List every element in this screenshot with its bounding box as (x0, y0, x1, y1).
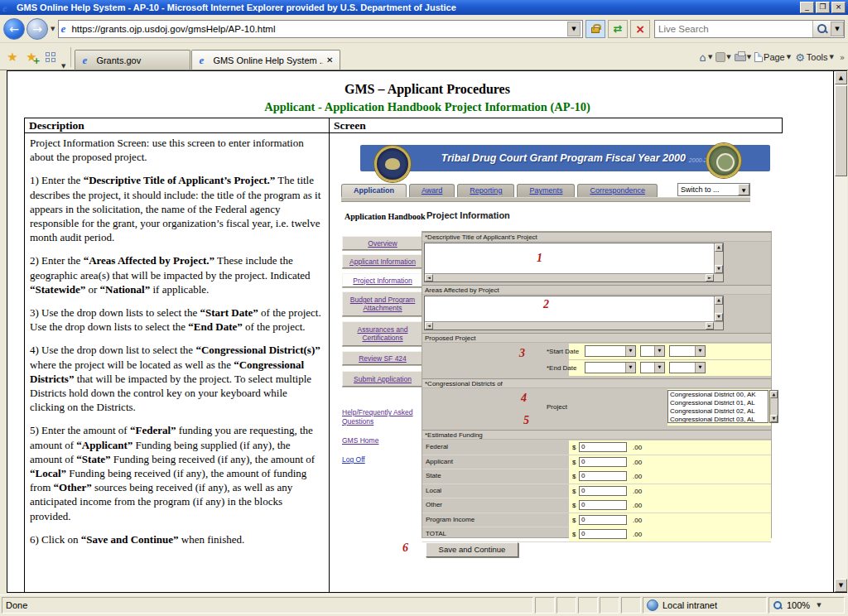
status-bar: Done Local intranet 100% ▼ (0, 594, 848, 616)
currency-suffix: .00 (633, 502, 642, 509)
gms-screenshot: Tribal Drug Court Grant Program Fiscal Y… (330, 133, 783, 592)
congressional-districts-listbox[interactable]: Congressional District 00, AKCongression… (667, 390, 768, 423)
district-option[interactable]: Congressional District 03, AL (670, 416, 768, 423)
areas-affected-textarea[interactable]: ▲ ▼ ◄ ► (424, 296, 724, 330)
security-lock-button[interactable] (585, 20, 605, 38)
navigation-bar: ← → ▼ e ▼ ⇄ × ▼ (0, 15, 848, 43)
textarea-hscrollbar[interactable]: ◄ ► (425, 321, 723, 330)
address-input[interactable] (71, 24, 567, 34)
home-icon[interactable]: ⌂ (700, 51, 706, 64)
add-favorite-icon: ★ (26, 50, 36, 65)
sidebar-button-applicant-information[interactable]: Applicant Information (342, 254, 423, 268)
search-go-button[interactable] (812, 21, 831, 37)
save-and-continue-button[interactable]: Save and Continue (426, 542, 518, 557)
funding-amount-input[interactable]: 0 (579, 471, 627, 481)
address-dropdown-icon[interactable]: ▼ (567, 22, 581, 36)
tab-grants-gov[interactable]: e Grants.gov (75, 50, 190, 70)
end-year-select[interactable]: ▼ (669, 362, 706, 373)
quick-tabs-icon (46, 52, 55, 62)
tools-gear-icon[interactable]: ⚙ (795, 51, 805, 64)
tab-close-icon[interactable]: ✕ (326, 55, 333, 65)
add-favorite-button[interactable]: ★ (22, 47, 41, 67)
funding-amount-input[interactable]: 0 (579, 486, 627, 496)
back-button[interactable]: ← (3, 18, 25, 40)
start-year-select[interactable]: ▼ (669, 345, 706, 357)
separator (70, 47, 71, 67)
minimize-button[interactable]: _ (800, 2, 814, 13)
end-day-select[interactable]: ▼ (640, 362, 665, 373)
search-input[interactable] (655, 24, 812, 34)
end-date-label: *End Date (547, 364, 576, 372)
zoom-dropdown-icon[interactable]: ▼ (817, 602, 821, 609)
sidebar-button-project-information[interactable]: Project Information (342, 273, 423, 287)
start-date-label: *Start Date (547, 348, 579, 355)
zoom-control[interactable]: 100% ▼ (768, 597, 845, 614)
address-bar[interactable]: e ▼ (58, 20, 583, 38)
sidebar-link-log-off[interactable]: Log Off (342, 455, 431, 464)
page-menu[interactable]: Page (764, 52, 785, 62)
sidebar-link-label: GMS Home (342, 436, 378, 445)
tab-gms-help[interactable]: e GMS Online Help System ... ✕ (191, 50, 340, 70)
sidebar-link-help-frequently-asked-questions[interactable]: Help/Frequently Asked Questions (342, 408, 431, 426)
funding-amount-input[interactable]: 0 (579, 529, 627, 539)
refresh-button[interactable]: ⇄ (608, 20, 628, 38)
page-menu-icon[interactable] (754, 52, 763, 62)
gms-tab-application[interactable]: Application (341, 184, 407, 197)
districts-section-label: *Congressional Districts of (422, 378, 771, 388)
funding-amount-input[interactable]: 0 (579, 442, 627, 452)
switch-to-select[interactable]: Switch to ... ▼ (677, 183, 750, 196)
gms-tab-correspondence[interactable]: Correspondence (577, 184, 658, 197)
funding-amount-input[interactable]: 0 (579, 515, 627, 525)
sidebar-button-overview[interactable]: Overview (342, 236, 423, 250)
live-search-box[interactable]: ▼ (654, 20, 845, 38)
gms-tab-reporting[interactable]: Reporting (457, 184, 514, 197)
tools-menu[interactable]: Tools (807, 52, 828, 62)
search-dropdown-icon[interactable]: ▼ (831, 22, 844, 36)
sidebar-button-review-sf-424[interactable]: Review SF 424 (342, 351, 423, 365)
currency-suffix: .00 (633, 473, 642, 480)
sidebar-link-gms-home[interactable]: GMS Home (342, 436, 431, 445)
scrollbar-thumb[interactable] (835, 85, 847, 176)
more-commands-chevron-icon[interactable]: » (840, 53, 845, 62)
sidebar-button-label: Overview (368, 239, 397, 248)
funding-amount-input[interactable]: 0 (579, 457, 627, 467)
gms-tab-label: Application (354, 186, 394, 195)
feeds-icon[interactable] (716, 52, 725, 62)
stop-button[interactable]: × (630, 20, 650, 38)
restore-button[interactable]: ❐ (816, 2, 830, 13)
window-title: GMS Online Help System - AP-10 - Microso… (17, 2, 798, 12)
column-header-description: Description (25, 118, 330, 133)
descriptive-title-textarea[interactable]: ▲ ▼ ◄ ► (424, 243, 724, 282)
currency-suffix: .00 (633, 531, 642, 538)
district-option[interactable]: Congressional District 02, AL (670, 407, 768, 416)
forward-button[interactable]: → (26, 18, 48, 40)
end-month-select[interactable]: ▼ (585, 362, 636, 373)
sidebar-button-assurances-and-certifications[interactable]: Assurances and Certifications (342, 321, 423, 346)
scroll-up-icon[interactable]: ▲ (835, 71, 847, 84)
sidebar-button-budget-and-program-attachments[interactable]: Budget and Program Attachments (342, 291, 423, 316)
sidebar-button-submit-application[interactable]: Submit Application (342, 371, 423, 387)
status-pane (600, 597, 619, 614)
page-scrollbar[interactable]: ▲ ▼ (833, 71, 847, 592)
scroll-down-icon[interactable]: ▼ (835, 579, 847, 592)
district-option[interactable]: Congressional District 00, AK (670, 391, 768, 399)
tab-favicon-icon: e (82, 55, 93, 65)
favorites-button[interactable]: ★ (3, 47, 22, 67)
switch-to-dropdown-icon[interactable]: ▼ (738, 184, 749, 195)
tab-list-dropdown-icon[interactable]: ▼ (61, 63, 65, 70)
gms-tab-payments[interactable]: Payments (517, 184, 575, 197)
history-dropdown-icon[interactable]: ▼ (51, 26, 55, 32)
page-favicon-icon: e (60, 23, 71, 34)
title-bar: e GMS Online Help System - AP-10 - Micro… (0, 0, 848, 15)
start-day-select[interactable]: ▼ (640, 345, 665, 357)
start-month-select[interactable]: ▼ (585, 345, 636, 357)
annotation-4: 4 (521, 392, 527, 405)
gms-tab-award[interactable]: Award (409, 184, 455, 197)
district-option[interactable]: Congressional District 01, AL (670, 399, 768, 407)
funding-amount-input[interactable]: 0 (579, 500, 627, 510)
textarea-hscrollbar[interactable]: ◄ ► (425, 273, 723, 282)
quick-tabs-button[interactable] (41, 47, 60, 67)
print-icon[interactable] (735, 54, 746, 61)
listbox-scrollbar[interactable]: ▲ ▼ (769, 390, 778, 423)
close-button[interactable]: × (831, 2, 846, 13)
